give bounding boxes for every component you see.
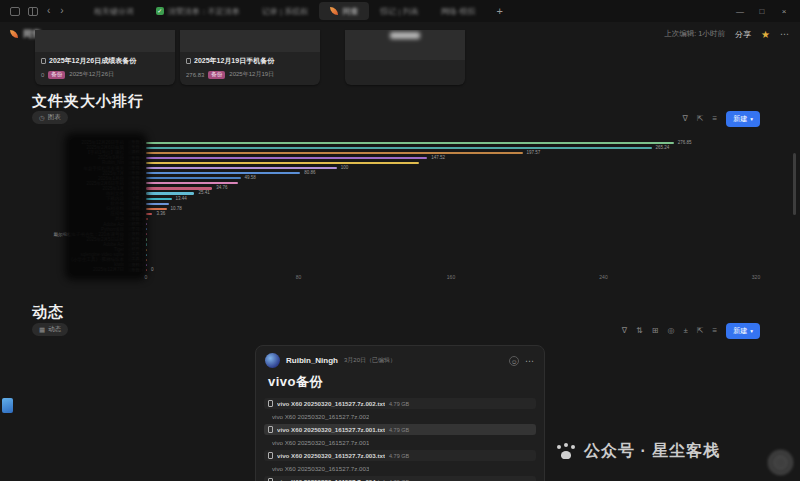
forward-icon[interactable]: ›	[60, 6, 63, 16]
star-icon[interactable]: ★	[761, 29, 770, 40]
panel-layout-icon[interactable]	[28, 7, 38, 16]
file-text-row[interactable]: vivo X60 20250320_161527.7z.003	[268, 463, 536, 474]
chart-bar	[146, 157, 427, 159]
chevron-down-icon: ▾	[750, 116, 753, 122]
feed-view-pill[interactable]: ▦ 动态	[32, 323, 68, 336]
attachment-row[interactable]: vivo X60 20250320_161527.7z.004.txt4.79 …	[264, 476, 536, 481]
last-edited-label: 上次编辑: 1小时前	[664, 29, 725, 39]
document-card[interactable]	[345, 30, 465, 85]
chart-bar	[146, 269, 147, 271]
card-body: 2025年12月19日手机备份276.83备份2025年12月19日	[180, 52, 320, 79]
chart-bar	[146, 264, 147, 266]
zoom-icon[interactable]: ±	[683, 327, 687, 335]
maximize-button[interactable]: □	[752, 7, 772, 16]
avatar[interactable]	[265, 353, 280, 368]
window-tab-bar: ‹ › 相关键分词✓清荣清单：不定清单记录 | 系统权同查惊记 | 列表网络·模…	[0, 0, 800, 22]
file-name: vivo X60 20250320_161527.7z.003.txt	[277, 452, 385, 459]
blurred-logo	[390, 32, 420, 39]
tab-label: 相关键分词	[94, 6, 134, 17]
chart-x-axis: 080160240320	[146, 274, 756, 284]
scrollbar-thumb[interactable]	[793, 153, 796, 215]
card-body: 2025年12月26日成绩表备份0备份2025年12月26日	[35, 52, 175, 79]
document-icon	[41, 58, 46, 65]
x-axis-tick: 80	[296, 274, 302, 280]
card-badge: 备份	[208, 71, 225, 79]
post-timestamp: 3月20日（已编辑）	[344, 356, 396, 365]
new-button[interactable]: 新建▾	[726, 323, 760, 339]
feed-actions: ∇⇅⊞◎±⇱≡新建▾	[622, 323, 760, 339]
card-cover	[35, 30, 175, 52]
attachment-row[interactable]: vivo X60 20250320_161527.7z.003.txt4.79 …	[264, 450, 536, 461]
clock-icon: ◷	[39, 114, 45, 122]
chart-bar	[146, 233, 147, 235]
new-tab-button[interactable]: +	[486, 5, 512, 17]
file-size: 4.79 GB	[389, 427, 409, 433]
filter-icon[interactable]: ∇	[622, 327, 627, 335]
chart-bar	[146, 248, 147, 250]
green-check-icon: ✓	[156, 7, 164, 15]
sidebar-toggle-icon[interactable]	[10, 7, 20, 16]
tab-label: 同查	[342, 6, 358, 17]
feed-post-header: Ruibin_Ningh 3月20日（已编辑） ☺ ⋯	[256, 346, 544, 370]
menu-icon[interactable]: ≡	[713, 115, 718, 123]
feed-view-pill-label: 动态	[48, 325, 61, 334]
chart-bar	[146, 172, 300, 174]
tab-label: 清荣清单：不定清单	[168, 6, 240, 17]
folder-size-bar-chart: 2025年12月26日手机备份276.852025年2月6日电脑备份265.24…	[40, 140, 756, 285]
paw-icon	[556, 442, 576, 462]
document-card[interactable]: 2025年12月19日手机备份276.83备份2025年12月19日	[180, 30, 320, 85]
group-icon[interactable]: ⊞	[652, 327, 659, 335]
chart-view-pill[interactable]: ◷ 图表	[32, 111, 68, 124]
tab-item[interactable]: 网络·模拟	[430, 2, 487, 20]
tab-label: 惊记 | 列表	[380, 6, 419, 17]
expand-icon[interactable]: ⇱	[697, 115, 704, 123]
more-options-icon[interactable]: ⋯	[780, 29, 790, 39]
sort-icon[interactable]: ⇅	[636, 327, 643, 335]
close-button[interactable]: ×	[774, 7, 794, 16]
file-text-row[interactable]: vivo X60 20250320_161527.7z.001	[268, 437, 536, 448]
file-size: 4.79 GB	[389, 401, 409, 407]
author-name[interactable]: Ruibin_Ningh	[286, 356, 338, 365]
file-name: vivo X60 20250320_161527.7z.001	[272, 439, 369, 446]
file-name: vivo X60 20250320_161527.7z.003	[272, 465, 369, 472]
post-more-icon[interactable]: ⋯	[525, 356, 535, 366]
post-file-list: vivo X60 20250320_161527.7z.002.txt4.79 …	[256, 398, 544, 481]
document-card[interactable]: 2025年12月26日成绩表备份0备份2025年12月26日	[35, 30, 175, 85]
chart-bar	[146, 238, 147, 240]
toolbar-right: 上次编辑: 1小时前 分享 ★ ⋯	[664, 29, 790, 40]
attachment-row[interactable]: vivo X60 20250320_161527.7z.001.txt4.79 …	[264, 424, 536, 435]
tab-item[interactable]: 相关键分词	[83, 2, 145, 20]
chart-bar	[146, 162, 419, 164]
chart-section-title: 文件夹大小排行	[32, 92, 144, 111]
tab-strip: 相关键分词✓清荣清单：不定清单记录 | 系统权同查惊记 | 列表网络·模拟	[83, 0, 487, 22]
new-button-label: 新建	[733, 114, 747, 124]
tab-active[interactable]: 同查	[319, 2, 369, 20]
card-date: 2025年12月19日	[229, 70, 274, 79]
file-text-row[interactable]: vivo X60 20250320_161527.7z.002	[268, 411, 536, 422]
new-button[interactable]: 新建▾	[726, 111, 760, 127]
tab-item[interactable]: ✓清荣清单：不定清单	[145, 2, 251, 20]
share-button[interactable]: 分享	[735, 29, 751, 40]
filter-icon[interactable]: ∇	[683, 115, 688, 123]
tab-item[interactable]: 记录 | 系统权	[251, 2, 320, 20]
menu-icon[interactable]: ≡	[713, 327, 718, 335]
search-icon[interactable]: ◎	[667, 327, 674, 335]
back-icon[interactable]: ‹	[47, 6, 50, 16]
attachment-row[interactable]: vivo X60 20250320_161527.7z.002.txt4.79 …	[264, 398, 536, 409]
card-count: 276.83	[186, 72, 204, 78]
feather-icon	[330, 7, 338, 15]
card-meta: 0备份2025年12月26日	[41, 70, 169, 79]
add-reaction-icon[interactable]: ☺	[509, 356, 519, 366]
post-title: vivo备份	[256, 370, 544, 396]
chart-bar	[146, 208, 167, 210]
minimize-button[interactable]: —	[730, 7, 750, 16]
chart-bar	[146, 213, 152, 215]
chart-row: 2025年12月7日备份0	[40, 267, 756, 272]
feed-icon: ▦	[39, 326, 45, 334]
chart-bar	[146, 223, 147, 225]
chart-bar	[146, 177, 241, 179]
docked-app-icon[interactable]	[2, 398, 13, 413]
feed-section-title: 动态	[32, 303, 64, 322]
tab-item[interactable]: 惊记 | 列表	[369, 2, 430, 20]
expand-icon[interactable]: ⇱	[697, 327, 704, 335]
